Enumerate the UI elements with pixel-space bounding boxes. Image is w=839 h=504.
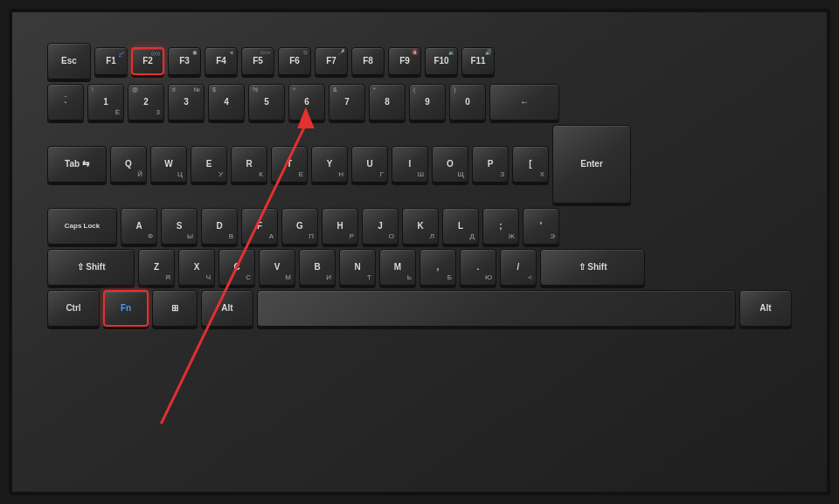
- key-f3[interactable]: ✱ F3: [168, 47, 201, 75]
- key-n[interactable]: N Т: [339, 249, 376, 286]
- screenshot-container: Esc Zz F1 ((•)) F2 ✱ F3 ☀ F4: [9, 9, 830, 495]
- key-f11[interactable]: 🔊 F11: [461, 47, 495, 75]
- key-tilde[interactable]: ~ `: [47, 84, 84, 121]
- key-0[interactable]: ) 0: [449, 84, 486, 121]
- key-9[interactable]: ( 9: [409, 84, 446, 121]
- key-win[interactable]: ⊞: [152, 290, 198, 327]
- key-tab[interactable]: Tab ⇆: [47, 146, 107, 183]
- key-v[interactable]: V М: [259, 249, 295, 286]
- key-f7[interactable]: 🎤 F7: [315, 47, 348, 75]
- key-w[interactable]: W Ц: [150, 146, 187, 183]
- key-bracket-l[interactable]: [ Х: [512, 146, 549, 183]
- key-l[interactable]: L Д: [442, 208, 479, 245]
- keyboard-background: Esc Zz F1 ((•)) F2 ✱ F3 ☀ F4: [12, 12, 827, 492]
- middle-letter-row: Caps Lock A Ф S Ы D В F А: [47, 208, 792, 245]
- key-a[interactable]: A Ф: [121, 208, 157, 245]
- key-y[interactable]: Y Н: [311, 146, 348, 183]
- key-h[interactable]: H Р: [322, 208, 358, 245]
- keyboard: Esc Zz F1 ((•)) F2 ✱ F3 ☀ F4: [38, 30, 801, 466]
- number-row: ~ ` ! 1 Ё @ 2 3 # № 3: [47, 84, 792, 121]
- key-m[interactable]: M Ь: [379, 249, 416, 286]
- key-i[interactable]: I Ш: [392, 146, 428, 183]
- fn-key-row: Esc Zz F1 ((•)) F2 ✱ F3 ☀ F4: [47, 43, 792, 79]
- key-f[interactable]: F А: [241, 208, 278, 245]
- key-p[interactable]: P З: [472, 146, 509, 183]
- key-r[interactable]: R К: [231, 146, 267, 183]
- key-fn[interactable]: Fn: [103, 290, 149, 327]
- key-enter[interactable]: Enter: [552, 125, 631, 204]
- key-t[interactable]: T Е: [271, 146, 308, 183]
- bottom-letter-row: ⇧ Shift Z Я X Ч C С V М: [47, 249, 792, 286]
- key-alt-right[interactable]: Alt: [739, 290, 792, 327]
- key-z[interactable]: Z Я: [138, 249, 175, 286]
- key-semicolon[interactable]: ; Ж: [482, 208, 519, 245]
- key-ctrl[interactable]: Ctrl: [47, 290, 100, 327]
- key-slash[interactable]: / <: [500, 249, 537, 286]
- key-1[interactable]: ! 1 Ё: [87, 84, 124, 121]
- key-4[interactable]: $ 4: [208, 84, 245, 121]
- key-f1[interactable]: Zz F1: [94, 47, 128, 75]
- key-f8[interactable]: F8: [351, 47, 385, 75]
- top-letter-row: Tab ⇆ Q Й W Ц E У R К: [47, 125, 792, 204]
- key-esc[interactable]: Esc: [47, 43, 91, 79]
- key-3[interactable]: # № 3: [168, 84, 205, 121]
- key-c[interactable]: C С: [218, 249, 255, 286]
- key-backspace[interactable]: ←: [489, 84, 559, 121]
- key-space[interactable]: [257, 290, 736, 327]
- key-shift-left[interactable]: ⇧ Shift: [47, 249, 135, 286]
- key-k[interactable]: K Л: [402, 208, 439, 245]
- key-e[interactable]: E У: [191, 146, 227, 183]
- key-b[interactable]: B И: [299, 249, 336, 286]
- key-s[interactable]: S Ы: [161, 208, 198, 245]
- key-x[interactable]: X Ч: [178, 249, 215, 286]
- key-f2[interactable]: ((•)) F2: [131, 47, 164, 75]
- key-o[interactable]: O Щ: [432, 146, 468, 183]
- key-shift-right[interactable]: ⇧ Shift: [540, 249, 645, 286]
- key-alt-left[interactable]: Alt: [201, 290, 253, 327]
- key-7[interactable]: & 7: [329, 84, 365, 121]
- key-f6[interactable]: ⊙ F6: [278, 47, 311, 75]
- key-2[interactable]: @ 2 3: [128, 84, 164, 121]
- space-row: Ctrl Fn ⊞ Alt Alt: [47, 290, 792, 327]
- key-q[interactable]: Q Й: [110, 146, 147, 183]
- key-f9[interactable]: 🔇 F9: [388, 47, 421, 75]
- key-quote[interactable]: ' Э: [523, 208, 559, 245]
- key-g[interactable]: G П: [281, 208, 318, 245]
- key-f5[interactable]: ▭▭ F5: [241, 47, 274, 75]
- key-j[interactable]: J О: [362, 208, 399, 245]
- key-8[interactable]: * 8: [369, 84, 406, 121]
- key-u[interactable]: U Г: [351, 146, 388, 183]
- key-caps-lock[interactable]: Caps Lock: [47, 208, 117, 245]
- key-d[interactable]: D В: [201, 208, 238, 245]
- key-5[interactable]: % 5: [248, 84, 285, 121]
- key-comma[interactable]: , Б: [420, 249, 456, 286]
- key-6[interactable]: ^ 6: [288, 84, 325, 121]
- key-f10[interactable]: 🔉 F10: [425, 47, 458, 75]
- key-period[interactable]: . Ю: [460, 249, 496, 286]
- key-f4[interactable]: ☀ F4: [205, 47, 238, 75]
